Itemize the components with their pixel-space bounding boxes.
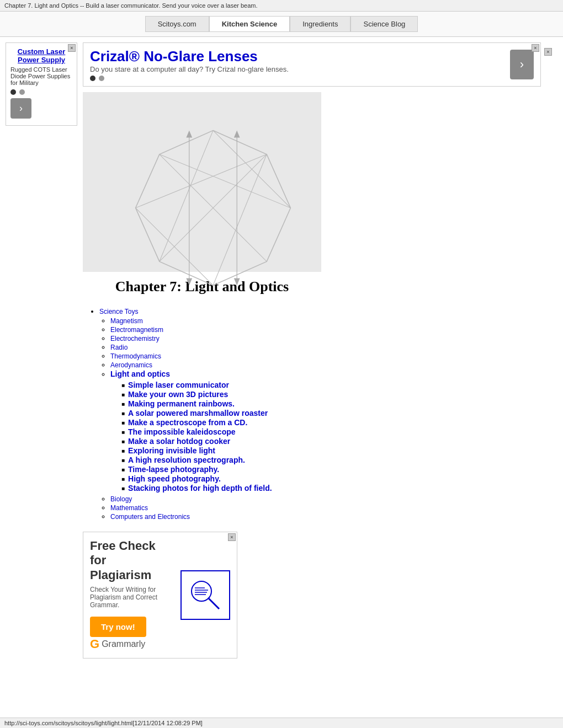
title-bar: Chapter 7. Light and Optics -- Build a l… [0,0,563,12]
main-layout: × Custom Laser Power Supply Rugged COTS … [0,37,563,664]
bold-link-5[interactable]: The impossible kaleidoscope [128,427,236,436]
bold-link-item-6: Make a solar hotdog cooker [121,437,541,446]
bold-link-item-7: Exploring invisible light [121,446,541,455]
right-col: × [546,42,557,659]
bold-link-9[interactable]: Time-lapse photography. [128,465,219,474]
toc-item-magnetism: Magnetism [110,317,541,325]
dot-1 [10,89,16,95]
left-ad-title[interactable]: Custom Laser Power Supply [10,47,72,64]
bold-link-1[interactable]: Make your own 3D pictures [128,390,228,399]
left-ad-close[interactable]: × [68,44,76,52]
bold-link-item-1: Make your own 3D pictures [121,390,541,399]
top-ad-next-btn[interactable]: › [510,50,534,79]
geometric-illustration [94,103,321,302]
left-ad-next-btn[interactable]: › [10,98,31,119]
toc-item-aerodynamics: Aerodynamics [110,361,541,369]
top-ad-info: Crizal® No-Glare Lenses Do you stare at … [90,48,510,81]
top-ad-close[interactable]: × [532,44,539,52]
bold-link-11[interactable]: Stacking photos for high depth of field. [128,484,272,493]
bold-link-2[interactable]: Making permanent rainbows. [128,399,235,408]
bottom-ad-description: Check Your Writing for Plagiarism and Co… [90,586,169,609]
toc-item-biology: Biology [110,495,541,503]
toc-item-electromagnetism: Electromagnetism [110,325,541,334]
right-ad-close[interactable]: × [544,48,552,56]
toc-light-optics-section: Light and optics Simple laser communicat… [110,370,541,493]
bold-link-item-0: Simple laser communicator [121,381,541,389]
dot-2 [19,89,25,95]
bold-link-item-5: The impossible kaleidoscope [121,427,541,436]
svg-marker-14 [234,278,240,285]
status-text: http://sci-toys.com/scitoys/scitoys/ligh… [4,720,203,726]
toc-link-computers[interactable]: Computers and Electronics [110,513,190,521]
bold-link-item-3: A solar powered marshmallow roaster [121,409,541,417]
bold-link-7[interactable]: Exploring invisible light [128,446,215,455]
nav-bar: Scitoys.com Kitchen Science Ingredients … [0,12,563,37]
bold-link-8[interactable]: A high resolution spectrograph. [128,456,245,464]
bold-link-item-4: Make a spectroscope from a CD. [121,418,541,427]
svg-marker-10 [186,131,192,138]
try-now-button[interactable]: Try now! [90,617,146,637]
bold-link-item-2: Making permanent rainbows. [121,399,541,408]
bottom-ad-close[interactable]: × [228,533,236,541]
svg-marker-11 [186,278,192,285]
light-optics-header: Light and optics [110,370,170,378]
grammarly-g-icon: G [90,637,99,651]
svg-line-6 [213,154,267,286]
bold-link-0[interactable]: Simple laser communicator [128,381,229,389]
left-ad: × Custom Laser Power Supply Rugged COTS … [6,42,77,126]
svg-line-3 [136,154,267,208]
toc-root-link[interactable]: Science Toys [99,308,138,315]
grammarly-logo: G Grammarly [90,637,169,651]
toc-item-electrochemistry: Electrochemistry [110,334,541,342]
left-ad-description: Rugged COTS Laser Diode Power Supplies f… [10,66,72,86]
bottom-ad-text: Free Check for Plagiarism Check Your Wri… [90,539,169,651]
bold-link-item-8: A high resolution spectrograph. [121,456,541,464]
bold-links-list: Simple laser communicator Make your own … [110,381,541,493]
top-ad: × Crizal® No-Glare Lenses Do you stare a… [83,42,541,87]
plagiarism-icon [180,570,230,620]
top-ad-subtitle: Do you stare at a computer all day? Try … [90,65,510,73]
toc-link-biology[interactable]: Biology [110,495,132,503]
toc-link-electromagnetism[interactable]: Electromagnetism [110,326,163,334]
tab-science-blog[interactable]: Science Blog [350,16,418,32]
svg-marker-13 [234,131,240,138]
bold-link-item-9: Time-lapse photography. [121,465,541,474]
toc-sublist: Magnetism Electromagnetism Electrochemis… [99,317,541,521]
top-ad-title: Crizal® No-Glare Lenses [90,48,510,65]
left-ad-dots [10,89,72,95]
bold-link-6[interactable]: Make a solar hotdog cooker [128,437,230,446]
bold-link-10[interactable]: High speed photography. [128,474,221,483]
magnifier-icon [186,576,225,614]
toc-link-mathematics[interactable]: Mathematics [110,504,148,512]
content-area: × Crizal® No-Glare Lenses Do you stare a… [83,42,541,659]
toc-link-magnetism[interactable]: Magnetism [110,317,143,325]
status-bar: http://sci-toys.com/scitoys/scitoys/ligh… [0,718,563,728]
toc-link-radio[interactable]: Radio [110,344,128,351]
top-dot-1 [90,76,95,81]
toc-link-aerodynamics[interactable]: Aerodynamics [110,361,152,369]
toc-item-radio: Radio [110,343,541,351]
tab-kitchen-science[interactable]: Kitchen Science [209,16,290,32]
bold-link-item-11: Stacking photos for high depth of field. [121,484,541,493]
toc-link-thermodynamics[interactable]: Thermodynamics [110,352,161,360]
page-title: Chapter 7. Light and Optics -- Build a l… [4,2,258,9]
toc-item-computers: Computers and Electronics [110,512,541,521]
top-ad-dots [90,76,510,81]
bold-link-4[interactable]: Make a spectroscope from a CD. [128,418,247,427]
toc-item-thermodynamics: Thermodynamics [110,352,541,360]
chapter-image: Chapter 7: Light and Optics [83,92,321,302]
tab-ingredients[interactable]: Ingredients [290,16,350,32]
toc-root-list: Science Toys Magnetism Electromagnetism … [88,307,541,521]
svg-line-5 [160,154,291,208]
toc-item-mathematics: Mathematics [110,504,541,512]
bottom-ad-title: Free Check for Plagiarism [90,539,169,582]
bold-link-3[interactable]: A solar powered marshmallow roaster [128,409,268,417]
table-of-contents: Science Toys Magnetism Electromagnetism … [83,307,541,521]
bottom-ad: × Free Check for Plagiarism Check Your W… [83,532,237,659]
bold-link-item-10: High speed photography. [121,474,541,483]
svg-line-16 [208,598,219,609]
svg-line-2 [160,131,213,262]
toc-link-electrochemistry[interactable]: Electrochemistry [110,335,160,342]
top-dot-2 [99,76,104,81]
tab-scitoys[interactable]: Scitoys.com [145,16,209,32]
